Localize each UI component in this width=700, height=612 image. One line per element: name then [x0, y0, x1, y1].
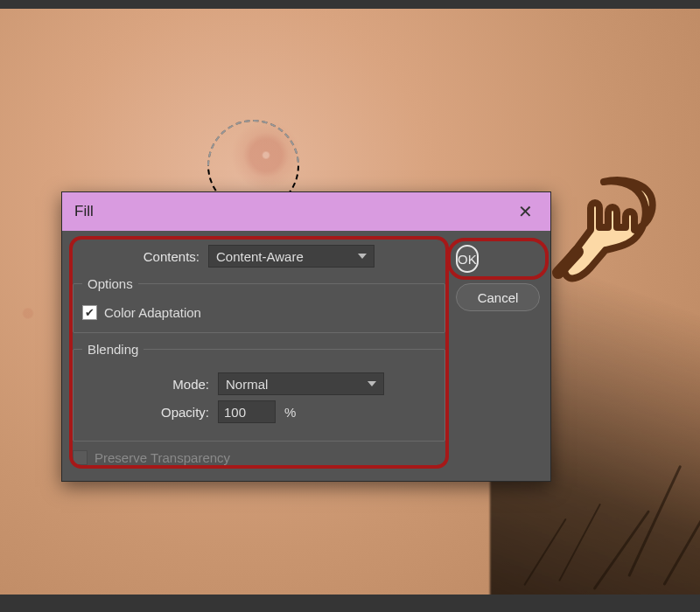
- contents-select[interactable]: Content-Aware: [208, 245, 374, 268]
- dialog-left-column: Contents: Content-Aware Options ✔ Color …: [73, 240, 445, 465]
- dialog-right-column: OK Cancel: [456, 240, 540, 465]
- dialog-body: Contents: Content-Aware Options ✔ Color …: [62, 231, 550, 481]
- mode-select[interactable]: Normal: [218, 372, 384, 395]
- dialog-titlebar[interactable]: Fill ✕: [62, 192, 550, 231]
- chevron-down-icon: [358, 254, 367, 259]
- opacity-row: Opacity: 100 %: [82, 400, 436, 423]
- blending-legend: Blending: [82, 342, 144, 357]
- contents-row: Contents: Content-Aware: [73, 245, 445, 268]
- options-legend: Options: [82, 276, 138, 291]
- opacity-label: Opacity:: [82, 405, 209, 420]
- options-fieldset: Options ✔ Color Adaptation: [73, 276, 445, 333]
- opacity-unit: %: [284, 405, 296, 420]
- preserve-transparency-checkbox: [73, 450, 88, 465]
- mode-row: Mode: Normal: [82, 372, 436, 395]
- color-adaptation-label: Color Adaptation: [104, 305, 201, 320]
- blending-fieldset: Blending Mode: Normal Opacity: 100 %: [73, 342, 445, 442]
- mode-label: Mode:: [82, 377, 209, 392]
- color-adaptation-checkbox[interactable]: ✔: [82, 305, 97, 320]
- color-adaptation-row: ✔ Color Adaptation: [82, 305, 436, 320]
- ok-button-wrap: OK: [456, 245, 540, 273]
- close-icon[interactable]: ✕: [513, 198, 538, 226]
- contents-label: Contents:: [73, 249, 200, 264]
- mode-value: Normal: [226, 377, 268, 392]
- fill-dialog: Fill ✕ Contents: Content-Aware Options ✔…: [61, 191, 551, 482]
- chevron-down-icon: [368, 381, 376, 386]
- ok-button[interactable]: OK: [456, 245, 479, 273]
- dialog-title: Fill: [74, 203, 94, 220]
- cancel-button[interactable]: Cancel: [456, 283, 540, 311]
- preserve-transparency-row: Preserve Transparency: [73, 450, 445, 465]
- opacity-input[interactable]: 100: [218, 400, 276, 423]
- preserve-transparency-label: Preserve Transparency: [94, 450, 230, 465]
- contents-value: Content-Aware: [216, 249, 304, 264]
